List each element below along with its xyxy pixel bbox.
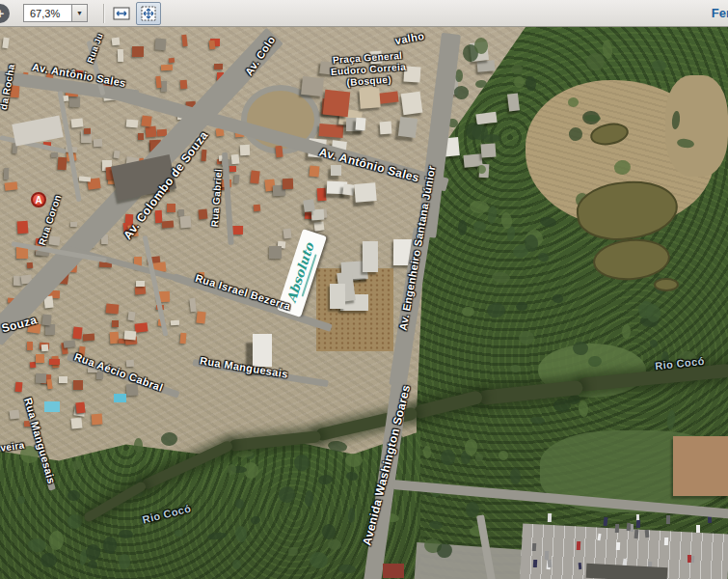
zoom-level-input[interactable] [23, 4, 71, 22]
street-label-souza: Souza [0, 313, 39, 335]
street-label-avenida-washington-soares: Avenida Washington Soares [360, 383, 413, 546]
zoom-dropdown-button[interactable]: ▼ [71, 4, 88, 22]
viewer-toolbar: + ▼ Fer [0, 0, 728, 27]
street-label-av-colo: Av. Colo [243, 34, 279, 78]
zoom-in-icon[interactable]: + [0, 4, 10, 23]
street-label-rua-aecio-cabral: Rua Aécio Cabral [72, 350, 165, 394]
street-label-rua-ju: Rua Ju [85, 32, 105, 65]
street-label-rua-israel-bezerra: Rua Israel Bezerra [194, 272, 292, 314]
tools-panel-link[interactable]: Fer [712, 6, 728, 20]
street-label-av-antonio-sales-west: Av. Antônio Sales [31, 61, 126, 90]
fit-page-button[interactable] [136, 2, 161, 25]
street-label-rua-manguesais-east: Rua Manguesais [199, 354, 288, 380]
street-label-rua-gabriel: Rua Gabriel [209, 168, 225, 227]
water-label-rio-coco-east: Rio Cocó [655, 355, 706, 372]
street-label-av-antonio-sales: Av. Antônio Sales [317, 145, 420, 184]
zoom-level-combo: ▼ [23, 4, 88, 22]
street-label-rua-manguesais-south: Rua Manguesais [21, 397, 58, 485]
street-label-av-engenheiro-santana-junior: Av. Engenheiro Santana Júnior [397, 164, 439, 331]
street-label-valho: valho [394, 30, 426, 47]
place-label-praca-general-eudoro-correia: Praça GeneralEudoro Correia(Bosque) [330, 50, 408, 90]
pdf-viewer-window: + ▼ Fer [0, 0, 728, 579]
street-label-veira: veira [0, 439, 25, 454]
fit-page-icon [140, 6, 157, 21]
map-labels-layer: Av. Antônio SalesRua Juda RochavalhoPraç… [0, 27, 728, 579]
water-label-rio-coco-west: Rio Cocó [141, 502, 192, 526]
street-label-rua-coron: Rua Coron [37, 193, 64, 247]
fit-width-icon [113, 6, 130, 21]
street-label-av-colombo-de-souza: Av. Colombo de Souza [121, 128, 211, 242]
toolbar-separator [103, 4, 105, 23]
map-viewport[interactable]: Absoluto A Av. Antônio SalesRua Juda Roc… [0, 27, 728, 579]
street-label-da-rocha: da Rocha [0, 63, 17, 111]
fit-width-button[interactable] [109, 2, 134, 25]
